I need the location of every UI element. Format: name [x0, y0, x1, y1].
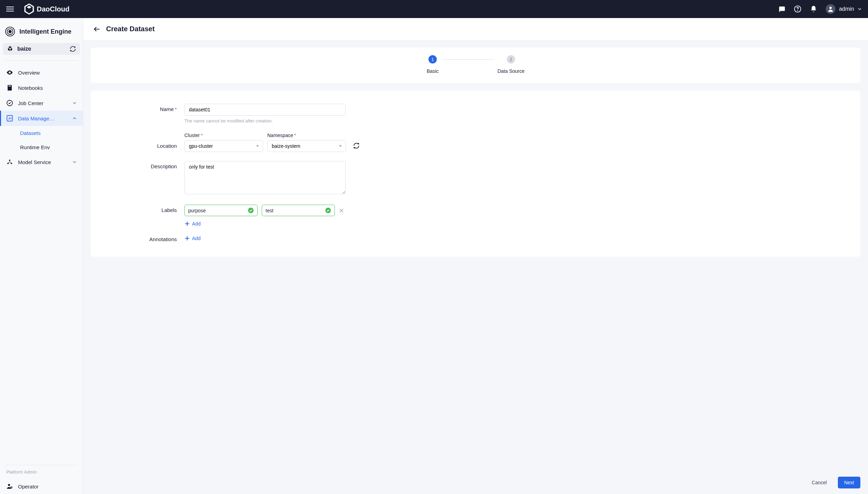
nav-label: Datasets: [20, 130, 41, 136]
field-location: Location Cluster* gpu-cluster: [105, 133, 847, 152]
project-selector[interactable]: baize: [3, 43, 80, 55]
sidebar-item-overview[interactable]: Overview: [0, 65, 83, 80]
sidebar-item-runtime-env[interactable]: Runtime Env: [0, 140, 83, 154]
nav-label: Overview: [18, 70, 40, 76]
step-label: Data Source: [497, 68, 524, 74]
chat-icon[interactable]: [778, 5, 785, 13]
stepper-card: 1 Basic 2 Data Source: [91, 48, 860, 83]
label-text: Labels: [162, 207, 177, 213]
description-textarea[interactable]: only for test: [184, 161, 346, 194]
brand-name: DaoCloud: [37, 5, 69, 13]
cube-icon: [24, 3, 34, 15]
sidebar-title-text: Intelligent Engine: [19, 28, 71, 35]
person-icon: [827, 6, 834, 12]
add-text: Add: [192, 236, 201, 241]
check-circle-icon: [325, 207, 331, 213]
label-value-chip[interactable]: test: [262, 205, 335, 216]
target-icon: [5, 26, 15, 37]
chevron-down-icon: [72, 160, 77, 164]
sidebar-item-notebooks[interactable]: Notebooks: [0, 80, 83, 95]
page-title: Create Dataset: [106, 25, 155, 33]
notebook-icon: [6, 84, 13, 91]
sublabel-text: Namespace: [267, 133, 293, 138]
field-description: Description only for test: [105, 161, 847, 196]
nav-label: Model Service: [18, 159, 51, 165]
refresh-icon[interactable]: [353, 142, 360, 149]
divider: [5, 60, 78, 61]
username: admin: [839, 6, 854, 12]
cluster-select[interactable]: gpu-cluster: [184, 140, 263, 152]
brand-logo[interactable]: DaoCloud: [24, 3, 69, 15]
eye-icon: [6, 69, 13, 76]
sidebar-section-label: Platform Admin: [0, 469, 83, 479]
next-button[interactable]: Next: [838, 477, 860, 488]
main: Create Dataset 1 Basic 2 Data Source: [83, 18, 868, 494]
svg-point-5: [9, 30, 11, 33]
sublabel-text: Cluster: [184, 133, 200, 138]
form-card: Name* The name cannot be modified after …: [91, 91, 860, 257]
name-input[interactable]: [184, 104, 346, 116]
topbar: DaoCloud admin: [0, 0, 868, 18]
bell-icon[interactable]: [810, 5, 817, 13]
sidebar-item-data-management[interactable]: Data Manage…: [0, 111, 83, 126]
svg-point-1: [798, 10, 798, 11]
step-label: Basic: [427, 68, 439, 74]
field-labels: Labels purpose test: [105, 205, 847, 227]
chevron-down-icon: [858, 7, 862, 11]
label-text: Description: [151, 163, 177, 169]
svg-point-16: [326, 208, 331, 213]
nav-label: Runtime Env: [20, 144, 50, 150]
project-name: baize: [17, 46, 31, 52]
help-icon[interactable]: [794, 5, 801, 13]
add-annotation-button[interactable]: Add: [184, 236, 392, 241]
sidebar-item-model-service[interactable]: Model Service: [0, 154, 83, 170]
svg-point-14: [11, 487, 12, 488]
page-header: Create Dataset: [83, 18, 868, 40]
label-key-chip[interactable]: purpose: [184, 205, 258, 216]
plus-icon: [184, 236, 190, 241]
svg-point-10: [9, 160, 10, 161]
nav-label: Job Center: [18, 100, 43, 106]
nav-label: Operator: [18, 484, 38, 489]
svg-rect-7: [8, 86, 11, 86]
sync-icon[interactable]: [70, 46, 76, 52]
back-arrow-icon[interactable]: [94, 26, 100, 32]
remove-label-icon[interactable]: [339, 208, 344, 213]
divider: [5, 465, 78, 465]
nav-label: Data Manage…: [18, 116, 54, 121]
footer-actions: Cancel Next: [83, 471, 868, 494]
step-basic[interactable]: 1 Basic: [427, 55, 439, 74]
sidebar-item-job-center[interactable]: Job Center: [0, 95, 83, 111]
svg-point-15: [248, 208, 254, 213]
chart-icon: [6, 115, 13, 122]
sidebar: Intelligent Engine baize Overview Notebo…: [0, 18, 83, 494]
sidebar-title: Intelligent Engine: [0, 25, 83, 43]
network-icon: [6, 159, 13, 165]
cancel-button[interactable]: Cancel: [806, 477, 833, 488]
nav-label: Notebooks: [18, 85, 43, 91]
label-text: Name: [160, 106, 174, 112]
sidebar-item-operator[interactable]: Operator: [0, 479, 83, 494]
chip-text: purpose: [188, 208, 206, 213]
clock-check-icon: [6, 100, 13, 107]
step-number: 1: [428, 55, 437, 63]
user-menu[interactable]: admin: [826, 4, 862, 14]
step-number: 2: [507, 55, 515, 63]
hamburger-menu-icon[interactable]: [6, 7, 14, 11]
sidebar-item-datasets[interactable]: Datasets: [0, 126, 83, 140]
step-data-source[interactable]: 2 Data Source: [497, 55, 524, 74]
add-text: Add: [192, 221, 201, 227]
namespace-select[interactable]: baize-system: [267, 140, 346, 152]
chip-text: test: [266, 208, 274, 213]
required-mark: *: [201, 133, 202, 138]
svg-point-13: [8, 484, 10, 486]
chevron-up-icon: [72, 116, 77, 120]
project-icon: [7, 46, 13, 52]
add-label-button[interactable]: Add: [184, 221, 392, 227]
label-text: Annotations: [149, 236, 177, 242]
chevron-down-icon: [72, 101, 77, 105]
step-connector: [442, 59, 494, 60]
required-mark: *: [175, 106, 177, 112]
operator-icon: [6, 483, 13, 490]
label-text: Location: [157, 143, 177, 149]
